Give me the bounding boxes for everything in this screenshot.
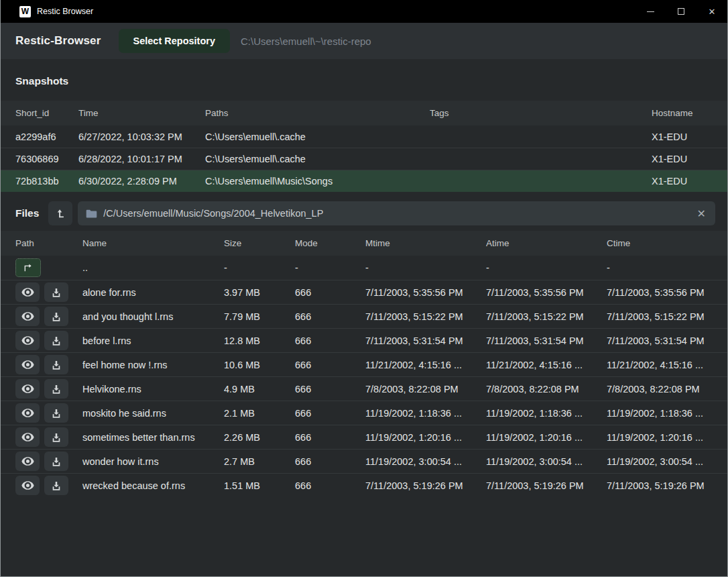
parent-directory-row: .. - - - - -	[1, 256, 727, 280]
file-name: wonder how it.rns	[82, 456, 224, 467]
snapshot-short-id: 76306869	[15, 154, 78, 164]
download-icon	[51, 384, 62, 395]
file-atime: 7/11/2003, 5:31:54 PM	[486, 335, 607, 346]
preview-file-button[interactable]	[15, 427, 40, 447]
download-file-button[interactable]	[44, 379, 68, 399]
preview-file-button[interactable]	[15, 282, 40, 302]
parent-row-mtime: -	[365, 262, 486, 273]
column-header-tags: Tags	[430, 108, 652, 118]
preview-file-button[interactable]	[15, 403, 40, 423]
go-to-parent-button[interactable]	[15, 258, 41, 277]
preview-file-button[interactable]	[15, 379, 40, 399]
file-mode: 666	[295, 287, 365, 298]
files-path-field[interactable]: ✕	[78, 201, 715, 225]
download-icon	[51, 480, 62, 491]
repository-path: C:\Users\emuell\~\restic-repo	[241, 36, 371, 47]
app-title: Restic-Browser	[15, 34, 101, 48]
file-row: moskito he said.rns 2.1 MB 666 11/19/200…	[1, 401, 727, 425]
minimize-button[interactable]	[635, 0, 666, 23]
file-mode: 666	[295, 480, 365, 491]
file-ctime: 11/21/2002, 4:15:16 ...	[607, 360, 713, 370]
file-atime: 7/11/2003, 5:15:22 PM	[486, 311, 607, 322]
download-file-button[interactable]	[44, 331, 68, 350]
files-table-header: Path Name Size Mode Mtime Atime Ctime	[1, 231, 727, 256]
file-ctime: 7/11/2003, 5:35:56 PM	[607, 287, 713, 298]
file-atime: 7/8/2003, 8:22:08 PM	[486, 384, 607, 395]
column-header-mode: Mode	[295, 238, 365, 248]
download-file-button[interactable]	[44, 452, 68, 471]
download-file-button[interactable]	[44, 427, 68, 447]
preview-file-button[interactable]	[15, 355, 40, 374]
eye-icon	[21, 384, 34, 394]
file-mtime: 7/11/2003, 5:31:54 PM	[365, 335, 486, 346]
file-mtime: 11/21/2002, 4:15:16 ...	[365, 360, 486, 370]
eye-icon	[21, 480, 34, 490]
file-ctime: 11/19/2002, 3:00:54 ...	[607, 456, 713, 467]
column-header-short-id: Short_id	[15, 108, 78, 118]
file-atime: 7/11/2003, 5:35:56 PM	[486, 287, 607, 298]
snapshot-time: 6/27/2022, 10:03:32 PM	[78, 132, 205, 142]
close-button[interactable]: ✕	[696, 0, 727, 23]
file-mtime: 11/19/2002, 1:20:16 ...	[365, 432, 486, 443]
file-name: sometimes better than.rns	[82, 432, 224, 443]
column-header-atime: Atime	[486, 238, 607, 248]
file-ctime: 7/11/2003, 5:15:22 PM	[607, 311, 713, 322]
snapshots-title: Snapshots	[15, 75, 68, 87]
download-file-button[interactable]	[44, 307, 68, 326]
preview-file-button[interactable]	[15, 307, 40, 326]
file-ctime: 7/11/2003, 5:19:26 PM	[607, 480, 713, 491]
column-header-ctime: Ctime	[607, 238, 713, 248]
snapshot-time: 6/30/2022, 2:28:09 PM	[78, 176, 205, 187]
file-mtime: 11/19/2002, 3:00:54 ...	[365, 456, 486, 467]
file-size: 10.6 MB	[224, 360, 295, 370]
file-row: wonder how it.rns 2.7 MB 666 11/19/2002,…	[1, 449, 727, 473]
select-repository-button[interactable]: Select Repository	[119, 29, 231, 53]
file-name: alone for.rns	[82, 287, 224, 298]
file-mtime: 7/11/2003, 5:19:26 PM	[365, 480, 486, 491]
snapshots-section-header: Snapshots	[1, 59, 727, 101]
snapshot-row[interactable]: a2299af6 6/27/2022, 10:03:32 PM C:\Users…	[1, 125, 727, 148]
file-mode: 666	[295, 360, 365, 370]
file-mode: 666	[295, 384, 365, 395]
download-file-button[interactable]	[44, 355, 68, 374]
preview-file-button[interactable]	[15, 452, 40, 471]
download-file-button[interactable]	[44, 282, 68, 302]
file-atime: 11/21/2002, 4:15:16 ...	[486, 360, 607, 370]
snapshot-row[interactable]: 76306869 6/28/2022, 10:01:17 PM C:\Users…	[1, 148, 727, 170]
snapshot-short-id: 72b813bb	[15, 176, 78, 187]
snapshot-row[interactable]: 72b813bb 6/30/2022, 2:28:09 PM C:\Users\…	[1, 170, 727, 192]
preview-file-button[interactable]	[15, 331, 40, 350]
file-name: and you thought l.rns	[82, 311, 224, 322]
files-path-input[interactable]	[103, 208, 695, 219]
folder-icon	[86, 209, 97, 219]
app-window: W Restic Browser ✕ Restic-Browser Select…	[0, 0, 728, 577]
file-mtime: 7/11/2003, 5:35:56 PM	[365, 287, 486, 298]
file-size: 12.8 MB	[224, 335, 295, 346]
column-header-hostname: Hostname	[652, 108, 713, 118]
file-ctime: 7/8/2003, 8:22:08 PM	[607, 384, 713, 395]
files-title: Files	[15, 207, 39, 219]
file-name: Helvikone.rns	[82, 384, 224, 395]
download-file-button[interactable]	[44, 476, 68, 495]
maximize-icon	[678, 8, 684, 15]
maximize-button[interactable]	[666, 0, 696, 23]
file-row: sometimes better than.rns 2.26 MB 666 11…	[1, 425, 727, 449]
file-size: 3.97 MB	[224, 287, 295, 298]
download-icon	[51, 408, 62, 419]
restore-snapshot-button[interactable]	[48, 201, 72, 225]
parent-row-size: -	[224, 262, 295, 273]
file-size: 2.26 MB	[224, 432, 295, 443]
file-ctime: 7/11/2003, 5:31:54 PM	[607, 335, 713, 346]
file-size: 2.1 MB	[224, 408, 295, 419]
file-size: 7.79 MB	[224, 311, 295, 322]
preview-file-button[interactable]	[15, 476, 40, 495]
download-file-button[interactable]	[44, 403, 68, 423]
clear-path-button[interactable]: ✕	[696, 207, 707, 220]
file-mode: 666	[295, 311, 365, 322]
parent-row-name: ..	[82, 262, 224, 273]
snapshot-paths: C:\Users\emuell\.cache	[205, 154, 430, 164]
file-atime: 11/19/2002, 3:00:54 ...	[486, 456, 607, 467]
file-row: and you thought l.rns 7.79 MB 666 7/11/2…	[1, 304, 727, 328]
parent-row-atime: -	[486, 262, 607, 273]
file-row: alone for.rns 3.97 MB 666 7/11/2003, 5:3…	[1, 280, 727, 304]
